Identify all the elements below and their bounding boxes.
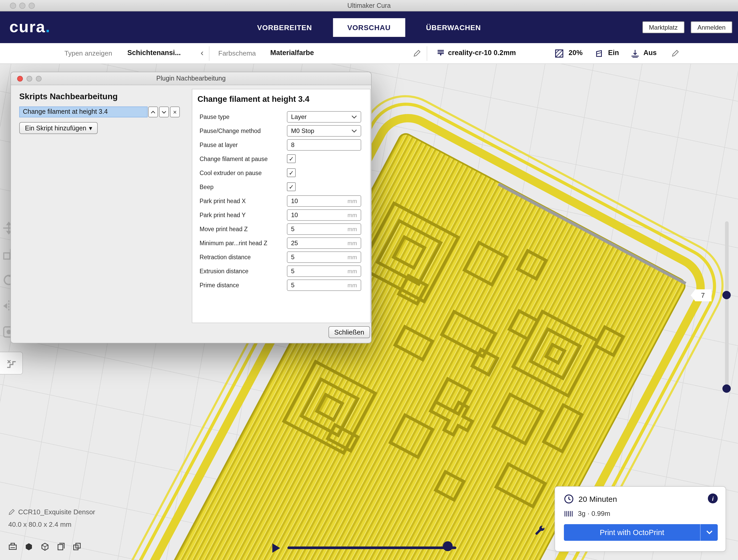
scripts-heading: Skripts Nachbearbeitung	[19, 92, 118, 101]
machine-settings-wrench-icon[interactable]	[534, 525, 546, 539]
tab-ueberwachen[interactable]: ÜBERWACHEN	[424, 18, 483, 37]
unit-label: mm	[347, 240, 357, 246]
unit-label: mm	[347, 282, 357, 288]
color-scheme-value[interactable]: Materialfarbe	[270, 49, 314, 57]
print-summary-panel: 20 Minuten i 3g · 0.99m Print with OctoP…	[555, 486, 726, 552]
field-label: Prime distance	[200, 282, 239, 288]
field-input[interactable]: 8	[287, 139, 361, 151]
cube-outline-icon[interactable]	[41, 542, 49, 551]
field-label: Beep	[200, 184, 214, 190]
field-input[interactable]: 5mm	[287, 279, 361, 291]
field-checkbox[interactable]: ✓	[287, 168, 296, 177]
field-input[interactable]: 10mm	[287, 195, 361, 207]
field-input[interactable]: 25mm	[287, 237, 361, 249]
close-dialog-button[interactable]: Schließen	[328, 326, 370, 338]
settings-field-row: Extrusion distance5mm	[192, 264, 370, 278]
support-icon	[596, 49, 604, 60]
sign-in-button[interactable]: Anmelden	[691, 21, 732, 33]
printer-profile[interactable]: creality-cr-10 0.2mm	[448, 49, 516, 57]
tab-vorschau[interactable]: VORSCHAU	[333, 18, 405, 37]
settings-field-row: Prime distance5mm	[192, 278, 370, 293]
settings-field-row: Cool extruder on pause✓	[192, 166, 370, 180]
toolbar-divider	[427, 46, 427, 61]
simulation-slider-knob[interactable]	[443, 541, 453, 551]
field-label: Cool extruder on pause	[200, 170, 262, 176]
printer-icon	[437, 49, 445, 60]
model-info: CCR10_Exquisite Densor 40.0 x 80.0 x 2.4…	[8, 508, 95, 528]
move-script-up-button[interactable]	[148, 106, 158, 117]
settings-field-row: Pause at layer8	[192, 138, 370, 152]
stage-tabs: VORBEREITEN VORSCHAU ÜBERWACHEN	[255, 11, 483, 43]
unit-label: mm	[347, 198, 357, 204]
field-input[interactable]: 5mm	[287, 223, 361, 235]
remove-script-button[interactable]: ×	[170, 106, 180, 117]
support-value[interactable]: Ein	[608, 49, 619, 57]
info-icon[interactable]: i	[708, 494, 718, 503]
field-label: Extrusion distance	[200, 268, 249, 274]
object-view-icons	[8, 542, 82, 551]
copy-sheets-icon[interactable]	[73, 542, 82, 551]
move-script-down-button[interactable]	[159, 106, 169, 117]
settings-field-row: Beep✓	[192, 180, 370, 194]
layer-slider-lower-handle[interactable]	[722, 385, 731, 393]
cura-logo: cura.	[9, 18, 50, 36]
solid-cube-icon[interactable]	[24, 542, 33, 551]
view-type-label: Typen anzeigen	[64, 49, 112, 57]
adhesion-value[interactable]: Aus	[643, 49, 657, 57]
chevron-down-icon	[351, 113, 357, 120]
header-actions: Marktplatz Anmelden	[642, 11, 732, 43]
add-script-button[interactable]: Ein Skript hinzufügen ▾	[19, 122, 98, 134]
sheets-icon[interactable]	[57, 542, 65, 551]
tab-vorbereiten[interactable]: VORBEREITEN	[255, 18, 314, 37]
settings-field-row: Retraction distance5mm	[192, 250, 370, 264]
settings-field-row: Pause/Change methodM0 Stop	[192, 124, 370, 138]
printer-view-icon[interactable]	[8, 542, 17, 551]
field-input[interactable]: 10mm	[287, 209, 361, 221]
field-select[interactable]: M0 Stop	[287, 125, 361, 137]
window-title: Ultimaker Cura	[0, 2, 738, 9]
field-label: Minimum par...rint head Z	[200, 240, 267, 246]
script-settings-fields: Pause typeLayerPause/Change methodM0 Sto…	[192, 110, 370, 293]
caret-down-icon: ▾	[89, 124, 92, 132]
chevron-down-icon	[351, 127, 357, 134]
field-label: Park print head Y	[200, 212, 246, 218]
field-label: Retraction distance	[200, 254, 251, 260]
model-dimensions: 40.0 x 80.0 x 2.4 mm	[8, 521, 95, 528]
dialog-titlebar[interactable]: Plugin Nachbearbeitung	[11, 72, 371, 85]
field-input[interactable]: 5mm	[287, 251, 361, 263]
model-name: CCR10_Exquisite Densor	[18, 508, 95, 516]
settings-field-row: Move print head Z5mm	[192, 222, 370, 236]
infill-value[interactable]: 20%	[569, 49, 583, 57]
field-label: Pause/Change method	[200, 128, 261, 134]
post-processing-dialog: Plugin Nachbearbeitung Skripts Nachbearb…	[10, 72, 372, 344]
script-list-item-selected[interactable]: Change filament at height 3.4	[19, 106, 147, 117]
print-with-octoprint-button[interactable]: Print with OctoPrint	[564, 524, 718, 541]
simulation-slider-track[interactable]	[287, 547, 456, 549]
edit-print-settings-pencil-icon[interactable]	[672, 49, 679, 59]
field-select[interactable]: Layer	[287, 111, 361, 123]
collapse-chevron-icon[interactable]: ‹	[201, 48, 204, 58]
marketplace-button[interactable]: Marktplatz	[642, 21, 685, 33]
window-titlebar: Ultimaker Cura	[0, 0, 738, 11]
edit-pencil-icon[interactable]	[413, 49, 421, 59]
unit-label: mm	[347, 268, 357, 274]
field-input[interactable]: 5mm	[287, 265, 361, 277]
layer-slider-track[interactable]	[725, 221, 729, 391]
support-blocker-tool[interactable]	[0, 352, 23, 375]
field-label: Change filament at pause	[200, 156, 268, 162]
infill-icon	[555, 49, 564, 60]
play-button[interactable]	[272, 543, 280, 553]
unit-label: mm	[347, 212, 357, 218]
settings-field-row: Minimum par...rint head Z25mm	[192, 236, 370, 250]
field-checkbox[interactable]: ✓	[287, 182, 296, 191]
app-window: Ultimaker Cura cura. VORBEREITEN VORSCHA…	[0, 0, 738, 560]
print-options-chevron-icon[interactable]	[700, 524, 718, 541]
print-time: 20 Minuten	[579, 495, 617, 503]
field-checkbox[interactable]: ✓	[287, 154, 296, 163]
color-scheme-label: Farbschema	[218, 49, 256, 57]
script-settings-panel: Change filament at height 3.4 Pause type…	[192, 89, 371, 323]
logo-dot-icon: .	[45, 18, 50, 36]
rename-pencil-icon[interactable]	[8, 509, 15, 515]
view-type-value[interactable]: Schichtenansi...	[127, 49, 181, 57]
layer-slider-upper-handle[interactable]	[722, 291, 731, 299]
